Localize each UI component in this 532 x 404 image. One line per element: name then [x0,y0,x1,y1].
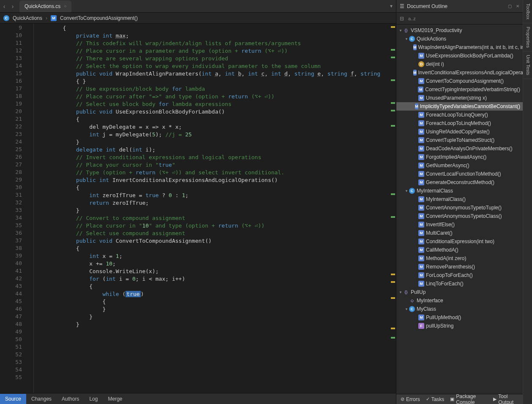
status-errors[interactable]: ⊘Errors [401,396,420,402]
tree-row[interactable]: MPullUpMethod() [396,313,523,322]
play-icon: ▶ [493,396,497,402]
tree-row[interactable]: MImplicitlyTypedVariablesCannotBeConstan… [396,102,523,111]
tree-row[interactable]: MMethodA(int zero) [396,254,523,263]
outline-title: Document Outline [407,3,504,9]
tree-row[interactable]: FpullUpString [396,322,523,330]
tree-row[interactable]: MCorrectTypingInterpolatedVerbatimString… [396,85,523,94]
status-tool-output[interactable]: ▶Tool Output [493,393,518,404]
nav-fwd-icon[interactable]: › [8,2,17,11]
tree-row[interactable]: MLinqToForEach() [396,279,523,288]
status-tasks[interactable]: ✓Tasks [426,396,445,402]
status-package-console[interactable]: ▣Package Console [450,393,487,404]
tree-row[interactable]: MCallMethodA() [396,246,523,254]
nav-back-icon[interactable]: ‹ [0,2,8,11]
marker-column[interactable] [389,24,396,393]
tab-bar: ‹ › QuickActions.cs ○ ▼ [0,0,396,13]
close-icon[interactable]: ✕ [516,4,519,8]
tree-row[interactable]: MGenerateDeconstructMethod() [396,178,523,187]
file-tab[interactable]: QuickActions.cs ○ [19,0,71,12]
tree-row[interactable]: MInvertConditionalExpressionsAndLogicalO… [396,68,523,77]
tree-row[interactable]: ◇MyInterface [396,296,523,305]
collapse-all-icon[interactable]: ⊟ [400,16,404,22]
tab-title: QuickActions.cs [25,3,60,9]
method-icon: M [51,15,57,21]
tree-row[interactable]: ▼{}PullUp [396,288,523,296]
tree-row[interactable]: MConditionalExpression(int two) [396,237,523,246]
tree-row[interactable]: MForLoopToForEach() [396,271,523,279]
document-outline-panel: ☰ Document Outline ▢ ✕ ⊟ a..z ▼{}VSM2019… [396,0,523,404]
tab-dropdown-icon[interactable]: ▼ [389,4,393,8]
breadcrumb-class[interactable]: QuickActions [13,15,42,21]
breadcrumb-method[interactable]: ConvertToCompoundAssignment() [60,15,138,21]
outline-tree[interactable]: ▼{}VSM2019_Productivity▼CQuickActionsMWr… [396,24,523,394]
tree-row[interactable]: MDeadCodeAnalysOnPrivateMembers() [396,144,523,153]
editor-bottom-tabs: SourceChangesAuthorsLogMerge [0,393,396,404]
editor: 9101112131415161718192021222324252627282… [0,24,396,393]
tree-row[interactable]: MUsingRefAddedCopyPaste() [396,127,523,136]
tree-row[interactable]: MUnusedParameter(string x) [396,94,523,102]
pin-icon[interactable]: ○ [64,4,66,8]
dock-icon[interactable]: ▢ [508,4,512,8]
error-icon: ⊘ [401,396,404,402]
breadcrumb: C QuickActions › M ConvertToCompoundAssi… [0,13,396,24]
tree-row[interactable]: MConvertTupleToNamedStruct() [396,136,523,144]
tree-row[interactable]: ▼CMyInternalClass [396,187,523,195]
line-numbers: 9101112131415161718192021222324252627282… [0,24,25,393]
tree-row[interactable]: MMultiCaret() [396,229,523,237]
class-icon: C [3,15,9,21]
bottom-tab-log[interactable]: Log [84,394,103,404]
outline-icon: ☰ [400,3,404,9]
tree-row[interactable]: MUseExpressionBlockBodyForLambda() [396,52,523,60]
sort-label[interactable]: a..z [408,16,416,21]
tree-row[interactable]: MConvertLocalFunctionToMethod() [396,170,523,178]
tree-row[interactable]: ▼CMyClass [396,305,523,313]
tree-row[interactable]: MForeachLoopToLinqMethod() [396,119,523,127]
sidebar-toolbox[interactable]: Toolbox [523,0,532,23]
sidebar-unit-tests[interactable]: Unit Tests [523,52,532,79]
tree-row[interactable]: ▼{}VSM2019_Productivity [396,26,523,35]
tree-row[interactable]: MInvertIfElse() [396,220,523,229]
console-icon: ▣ [450,396,454,402]
bottom-tab-changes[interactable]: Changes [26,394,57,404]
bottom-tab-merge[interactable]: Merge [103,394,127,404]
tree-row[interactable]: ▼CQuickActions [396,35,523,43]
fold-column[interactable] [25,24,34,393]
bottom-tab-authors[interactable]: Authors [57,394,84,404]
sidebar-properties[interactable]: Properties [523,23,532,52]
tree-row[interactable]: MConvertAnonymousTypetoTuple() [396,203,523,212]
tree-row[interactable]: Ddel(int i) [396,60,523,68]
tree-row[interactable]: MWrapIndentAlignParameters(int a, int b,… [396,43,523,52]
tree-row[interactable]: MConvertAnonymousTypetoClass() [396,212,523,220]
status-bar: ⊘Errors ✓Tasks ▣Package Console ▶Tool Ou… [396,394,523,404]
chevron-right-icon: › [46,15,47,21]
tree-row[interactable]: MMyInternalClass() [396,195,523,203]
tree-row[interactable]: MForgotImpliedAwaitAsync() [396,153,523,161]
tree-row[interactable]: MConvertToCompoundAssignment() [396,77,523,85]
bottom-tab-source[interactable]: Source [0,394,26,404]
code-area[interactable]: { private int max; // This codefix will … [34,24,389,393]
tree-row[interactable]: MForeachLoopToLinqQuery() [396,111,523,119]
right-sidebar: Toolbox Properties Unit Tests [523,0,532,404]
check-icon: ✓ [426,396,430,402]
tree-row[interactable]: MGetNumberAsync() [396,161,523,170]
tree-row[interactable]: MRemoveParenthesis() [396,263,523,271]
